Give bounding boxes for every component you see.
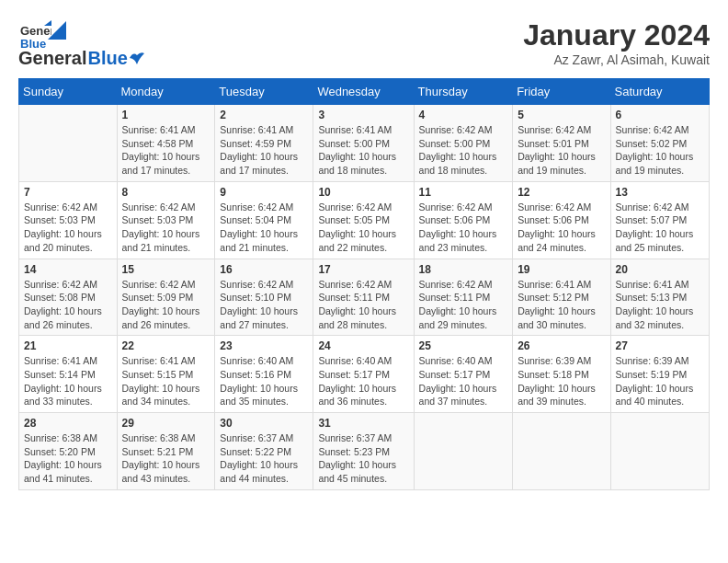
day-number: 8 xyxy=(122,186,210,199)
calendar-cell xyxy=(513,413,610,490)
calendar-cell: 5Sunrise: 6:42 AM Sunset: 5:01 PM Daylig… xyxy=(513,105,610,182)
day-number: 24 xyxy=(318,339,408,352)
day-number: 12 xyxy=(518,186,605,199)
day-info: Sunrise: 6:41 AM Sunset: 5:14 PM Dayligh… xyxy=(24,354,112,408)
calendar-cell: 27Sunrise: 6:39 AM Sunset: 5:19 PM Dayli… xyxy=(610,336,709,413)
calendar-cell: 21Sunrise: 6:41 AM Sunset: 5:14 PM Dayli… xyxy=(19,336,118,413)
day-header-monday: Monday xyxy=(117,79,215,105)
calendar-cell: 1Sunrise: 6:41 AM Sunset: 4:58 PM Daylig… xyxy=(117,105,215,182)
day-number: 1 xyxy=(122,109,210,121)
day-header-saturday: Saturday xyxy=(610,79,709,105)
calendar-cell: 24Sunrise: 6:40 AM Sunset: 5:17 PM Dayli… xyxy=(313,336,414,413)
logo-triangle xyxy=(48,21,66,40)
day-number: 25 xyxy=(419,339,508,352)
calendar-cell: 10Sunrise: 6:42 AM Sunset: 5:05 PM Dayli… xyxy=(313,181,414,259)
day-info: Sunrise: 6:42 AM Sunset: 5:00 PM Dayligh… xyxy=(419,123,508,178)
day-number: 28 xyxy=(24,417,112,430)
day-number: 20 xyxy=(616,263,704,276)
calendar-week-row: 7Sunrise: 6:42 AM Sunset: 5:03 PM Daylig… xyxy=(19,181,710,259)
calendar-week-row: 14Sunrise: 6:42 AM Sunset: 5:08 PM Dayli… xyxy=(19,259,710,336)
day-number: 16 xyxy=(220,263,308,276)
calendar-cell: 14Sunrise: 6:42 AM Sunset: 5:08 PM Dayli… xyxy=(19,259,118,336)
day-number: 17 xyxy=(318,263,408,276)
day-info: Sunrise: 6:42 AM Sunset: 5:11 PM Dayligh… xyxy=(419,278,508,332)
day-header-friday: Friday xyxy=(513,79,610,105)
calendar-cell xyxy=(610,413,709,490)
calendar-cell: 26Sunrise: 6:39 AM Sunset: 5:18 PM Dayli… xyxy=(513,336,610,413)
day-info: Sunrise: 6:41 AM Sunset: 5:13 PM Dayligh… xyxy=(616,278,704,332)
calendar-cell: 18Sunrise: 6:42 AM Sunset: 5:11 PM Dayli… xyxy=(414,259,513,336)
logo-bird-icon xyxy=(130,52,144,64)
day-info: Sunrise: 6:41 AM Sunset: 5:12 PM Dayligh… xyxy=(518,278,605,332)
calendar-cell: 16Sunrise: 6:42 AM Sunset: 5:10 PM Dayli… xyxy=(215,259,313,336)
day-number: 7 xyxy=(24,186,112,199)
day-header-wednesday: Wednesday xyxy=(313,79,414,105)
svg-text:General: General xyxy=(20,24,51,38)
calendar-cell: 31Sunrise: 6:37 AM Sunset: 5:23 PM Dayli… xyxy=(313,413,414,490)
calendar-cell: 20Sunrise: 6:41 AM Sunset: 5:13 PM Dayli… xyxy=(610,259,709,336)
calendar-week-row: 28Sunrise: 6:38 AM Sunset: 5:20 PM Dayli… xyxy=(19,413,710,490)
calendar-cell: 22Sunrise: 6:41 AM Sunset: 5:15 PM Dayli… xyxy=(117,336,215,413)
calendar-cell: 2Sunrise: 6:41 AM Sunset: 4:59 PM Daylig… xyxy=(215,105,313,182)
day-info: Sunrise: 6:41 AM Sunset: 5:00 PM Dayligh… xyxy=(318,123,408,178)
title-block: January 2024 Az Zawr, Al Asimah, Kuwait xyxy=(523,18,710,67)
day-info: Sunrise: 6:42 AM Sunset: 5:07 PM Dayligh… xyxy=(616,201,704,255)
calendar-table: SundayMondayTuesdayWednesdayThursdayFrid… xyxy=(18,78,710,490)
day-info: Sunrise: 6:42 AM Sunset: 5:10 PM Dayligh… xyxy=(220,278,308,332)
calendar-cell: 19Sunrise: 6:41 AM Sunset: 5:12 PM Dayli… xyxy=(513,259,610,336)
day-number: 21 xyxy=(24,339,112,352)
day-number: 5 xyxy=(518,109,605,121)
logo-icon: General Blue xyxy=(18,18,51,52)
day-number: 27 xyxy=(616,339,704,352)
day-number: 6 xyxy=(616,109,704,121)
calendar-cell: 13Sunrise: 6:42 AM Sunset: 5:07 PM Dayli… xyxy=(610,181,709,259)
day-info: Sunrise: 6:42 AM Sunset: 5:03 PM Dayligh… xyxy=(24,201,112,255)
calendar-cell: 23Sunrise: 6:40 AM Sunset: 5:16 PM Dayli… xyxy=(215,336,313,413)
day-info: Sunrise: 6:40 AM Sunset: 5:17 PM Dayligh… xyxy=(419,354,508,408)
calendar-week-row: 21Sunrise: 6:41 AM Sunset: 5:14 PM Dayli… xyxy=(19,336,710,413)
day-header-thursday: Thursday xyxy=(414,79,513,105)
calendar-cell xyxy=(414,413,513,490)
calendar-cell: 8Sunrise: 6:42 AM Sunset: 5:03 PM Daylig… xyxy=(117,181,215,259)
calendar-week-row: 1Sunrise: 6:41 AM Sunset: 4:58 PM Daylig… xyxy=(19,105,710,182)
calendar-cell: 7Sunrise: 6:42 AM Sunset: 5:03 PM Daylig… xyxy=(19,181,118,259)
calendar-cell: 11Sunrise: 6:42 AM Sunset: 5:06 PM Dayli… xyxy=(414,181,513,259)
month-title: January 2024 xyxy=(523,18,710,52)
calendar-cell: 30Sunrise: 6:37 AM Sunset: 5:22 PM Dayli… xyxy=(215,413,313,490)
day-number: 29 xyxy=(122,417,210,430)
day-number: 11 xyxy=(419,186,508,199)
day-number: 19 xyxy=(518,263,605,276)
page-header: General Blue General Blue January 2024 A… xyxy=(18,18,710,69)
day-info: Sunrise: 6:38 AM Sunset: 5:20 PM Dayligh… xyxy=(24,431,112,486)
calendar-cell: 4Sunrise: 6:42 AM Sunset: 5:00 PM Daylig… xyxy=(414,105,513,182)
day-number: 10 xyxy=(318,186,408,199)
day-info: Sunrise: 6:37 AM Sunset: 5:22 PM Dayligh… xyxy=(220,431,308,486)
calendar-cell: 28Sunrise: 6:38 AM Sunset: 5:20 PM Dayli… xyxy=(19,413,118,490)
day-info: Sunrise: 6:42 AM Sunset: 5:05 PM Dayligh… xyxy=(318,201,408,255)
day-number: 13 xyxy=(616,186,704,199)
calendar-cell: 3Sunrise: 6:41 AM Sunset: 5:00 PM Daylig… xyxy=(313,105,414,182)
calendar-cell: 29Sunrise: 6:38 AM Sunset: 5:21 PM Dayli… xyxy=(117,413,215,490)
day-info: Sunrise: 6:38 AM Sunset: 5:21 PM Dayligh… xyxy=(122,431,210,486)
calendar-cell: 17Sunrise: 6:42 AM Sunset: 5:11 PM Dayli… xyxy=(313,259,414,336)
day-info: Sunrise: 6:42 AM Sunset: 5:03 PM Dayligh… xyxy=(122,201,210,255)
calendar-header-row: SundayMondayTuesdayWednesdayThursdayFrid… xyxy=(19,79,710,105)
day-info: Sunrise: 6:42 AM Sunset: 5:06 PM Dayligh… xyxy=(518,201,605,255)
calendar-cell: 9Sunrise: 6:42 AM Sunset: 5:04 PM Daylig… xyxy=(215,181,313,259)
svg-marker-3 xyxy=(48,21,66,40)
day-header-tuesday: Tuesday xyxy=(215,79,313,105)
day-number: 14 xyxy=(24,263,112,276)
calendar-cell: 15Sunrise: 6:42 AM Sunset: 5:09 PM Dayli… xyxy=(117,259,215,336)
day-number: 9 xyxy=(220,186,308,199)
location-subtitle: Az Zawr, Al Asimah, Kuwait xyxy=(523,52,710,67)
day-info: Sunrise: 6:41 AM Sunset: 4:58 PM Dayligh… xyxy=(122,123,210,178)
day-info: Sunrise: 6:39 AM Sunset: 5:18 PM Dayligh… xyxy=(518,354,605,408)
day-number: 2 xyxy=(220,109,308,121)
day-number: 15 xyxy=(122,263,210,276)
logo-general: General xyxy=(18,48,86,69)
day-info: Sunrise: 6:39 AM Sunset: 5:19 PM Dayligh… xyxy=(616,354,704,408)
day-number: 18 xyxy=(419,263,508,276)
day-number: 26 xyxy=(518,339,605,352)
day-info: Sunrise: 6:41 AM Sunset: 4:59 PM Dayligh… xyxy=(220,123,308,178)
day-info: Sunrise: 6:40 AM Sunset: 5:16 PM Dayligh… xyxy=(220,354,308,408)
